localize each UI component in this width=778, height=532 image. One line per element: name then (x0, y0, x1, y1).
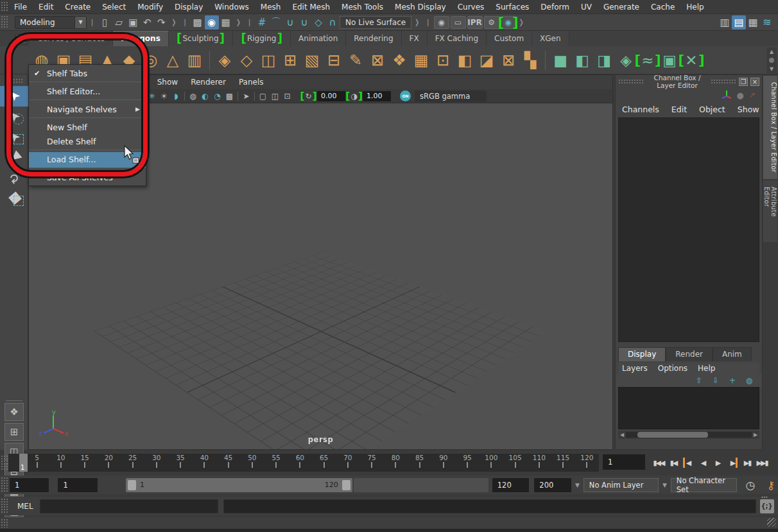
animation-preferences-icon[interactable]: ◷ (743, 478, 757, 492)
shelf-tab[interactable]: Rigging (233, 31, 291, 46)
context-menu-item[interactable]: Shelf Editor... (29, 84, 146, 100)
speed-slider-icon[interactable]: ↗ (749, 90, 756, 99)
current-time-field[interactable]: 1 (603, 454, 645, 470)
step-back-button[interactable]: ◀ (681, 455, 695, 470)
tab-channel-box[interactable]: Channel Box / Layer Editor (763, 76, 777, 179)
depth-peeling-icon[interactable]: ▩ (223, 90, 236, 102)
auto-keyframe-toggle-icon[interactable]: ⚷ (764, 478, 778, 492)
tab-attribute-editor[interactable]: Attribute Editor (763, 180, 777, 242)
menu-item[interactable]: Mesh Tools (336, 1, 389, 13)
menu-item[interactable]: File (8, 1, 33, 13)
shadows-icon[interactable]: ◗ (170, 90, 182, 102)
shelf-tab[interactable]: Rendering (346, 31, 401, 46)
command-input-field[interactable] (40, 499, 218, 513)
section-collapser[interactable]: ❘ (244, 18, 255, 26)
shelf-tab[interactable]: Polygons (113, 31, 169, 46)
panel-menu-item[interactable]: Renderer (184, 76, 232, 89)
menu-item[interactable]: Select (96, 1, 132, 13)
scroll-down-icon[interactable]: ▼ (770, 66, 774, 72)
menu-set-dropdown[interactable]: Modeling ▼ (15, 16, 87, 29)
menu-item[interactable]: Deform (535, 1, 575, 13)
resolution-gate-icon[interactable]: ◫ (269, 90, 281, 102)
channel-box-menu-item[interactable]: Channels (622, 103, 666, 116)
scroll-thumb[interactable] (637, 432, 708, 438)
layer-editor-menu-item[interactable]: Layers (622, 364, 648, 373)
poly-pipe-icon[interactable]: ▥ (184, 49, 205, 71)
animation-start-field[interactable]: 1 (10, 478, 49, 492)
mirror-icon[interactable]: ◫ (257, 49, 279, 71)
menu-item[interactable]: Surfaces (490, 1, 535, 13)
scroll-thumb[interactable] (769, 58, 774, 63)
multi-cut-icon[interactable]: ✎ (345, 49, 367, 71)
offset-edge-loop-icon[interactable]: ◪ (476, 49, 497, 71)
menu-item[interactable]: Display (169, 1, 209, 13)
scroll-up-icon[interactable]: ▲ (770, 49, 774, 55)
field-chart-icon[interactable]: ▢ (257, 90, 269, 102)
select-component-icon[interactable]: ▦ (219, 15, 233, 30)
quads-icon[interactable]: ▚ (519, 49, 541, 71)
chevron-down-icon[interactable]: ▼ (662, 482, 667, 488)
shelf-tab[interactable]: Curves / Surfaces (30, 31, 113, 46)
playback-start-field[interactable]: 1 (58, 478, 98, 492)
animation-end-field[interactable]: 200 (534, 478, 571, 492)
redo-icon[interactable]: ↷ (154, 15, 168, 30)
sculpt-tool-icon[interactable]: ■ (549, 49, 571, 71)
script-editor-icon[interactable]: {;} (760, 499, 774, 513)
context-menu-item[interactable]: Shelf Tabs (29, 66, 146, 82)
default-material-icon[interactable]: ✳ (146, 90, 158, 102)
section-collapser[interactable]: ❘ (87, 18, 98, 26)
menu-item[interactable]: Help (680, 1, 709, 13)
scroll-left-icon[interactable]: ◀ (618, 432, 626, 438)
open-scene-icon[interactable]: ▱ (112, 15, 126, 30)
tool-settings-toggle[interactable]: ▦ (746, 15, 760, 30)
paint-effects-window-icon[interactable]: ▣ (659, 49, 680, 71)
menu-item[interactable]: Cache (645, 1, 680, 13)
exposure-field[interactable]: 0.00 (317, 91, 345, 101)
command-output-field[interactable] (223, 499, 756, 513)
layer-list-empty[interactable] (618, 387, 759, 429)
shelf-tab[interactable]: Custom (487, 31, 532, 46)
paint-select-tool[interactable]: ➤ (0, 127, 28, 148)
context-menu-item[interactable]: Load Shelf... (29, 152, 146, 168)
menu-item[interactable]: Edit (33, 1, 59, 13)
layer-list-scrollbar[interactable]: ◀ ▶ (618, 431, 759, 439)
menu-item[interactable]: Create (59, 1, 96, 13)
snap-point-icon[interactable]: ∪ (283, 15, 297, 30)
light-editor-icon[interactable]: ◉ (501, 16, 516, 29)
menubar-drag-handle[interactable] (1, 1, 8, 12)
layer-editor-menu-item[interactable]: Options (658, 364, 687, 373)
shelf-menu-button[interactable]: — (15, 34, 27, 44)
channel-box-menu-item[interactable]: Edit (671, 103, 694, 116)
select-tool[interactable]: ➤ (0, 86, 28, 107)
go-to-start-button[interactable]: ▮◀◀ (652, 455, 666, 470)
shelf-tab[interactable]: XGen (532, 31, 569, 46)
curve-warp-icon[interactable]: ≈ (637, 49, 659, 71)
display-layers-toggle[interactable]: ≋ (760, 15, 774, 30)
modeling-toolkit-toggle[interactable]: ▥ (718, 15, 732, 30)
gamma-icon[interactable]: ◑ (348, 90, 360, 102)
ipr-render-icon[interactable]: IPR (467, 16, 483, 29)
time-slider[interactable]: 1 5 10 15 20 25 30 35 40 45 50 55 60 65 (8, 454, 599, 472)
commandline-drag-handle[interactable] (1, 498, 8, 514)
menu-item[interactable]: Mesh Display (389, 1, 452, 13)
move-layer-down-icon[interactable]: ⇩ (709, 375, 722, 386)
live-surface-field[interactable]: No Live Surface (340, 16, 411, 29)
close-panel-button[interactable]: × (750, 78, 759, 86)
layer-editor-tab[interactable]: Anim (713, 347, 752, 361)
menu-item[interactable]: Modify (132, 1, 169, 13)
motion-blur-icon[interactable]: ◐ (199, 90, 211, 102)
shelf-tab[interactable]: FX Caching (428, 31, 487, 46)
channel-box-toggle[interactable]: ▤ (732, 15, 746, 30)
range-end-handle[interactable] (342, 480, 350, 490)
multisample-icon[interactable]: ◔ (211, 90, 223, 102)
scale-tool[interactable]: ■ (0, 189, 28, 209)
context-menu-item[interactable]: Delete Shelf (29, 134, 146, 150)
menu-item[interactable]: UV (575, 1, 598, 13)
scroll-right-icon[interactable]: ▶ (752, 432, 759, 438)
statusline-drag-handle[interactable] (1, 15, 8, 29)
timeslider-drag-handle[interactable] (1, 455, 8, 470)
anim-layer-field[interactable]: No Anim Layer (584, 478, 659, 492)
gamma-mode-label[interactable]: sRGB gamma (415, 90, 487, 102)
channel-list-empty[interactable] (618, 117, 759, 342)
float-panel-button[interactable]: ❐ (739, 78, 748, 86)
